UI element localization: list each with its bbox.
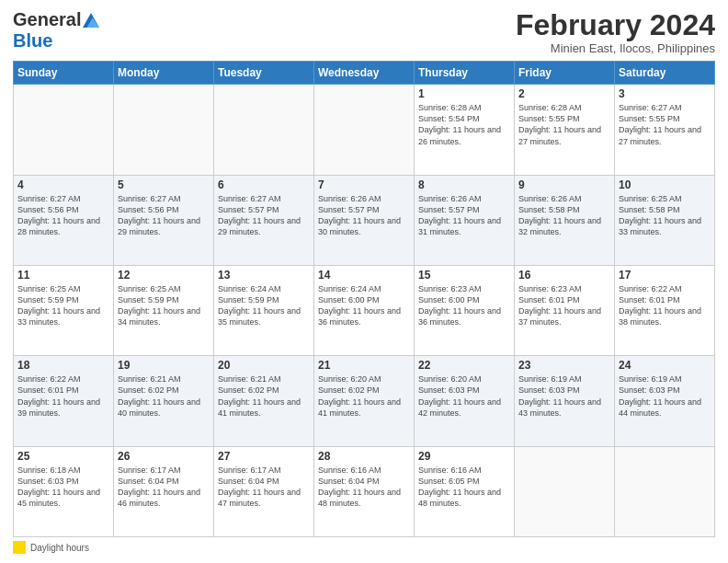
day-number: 5	[118, 178, 210, 191]
calendar-table: SundayMondayTuesdayWednesdayThursdayFrid…	[13, 61, 715, 537]
weekday-header-friday: Friday	[515, 62, 615, 85]
calendar-cell	[615, 446, 715, 536]
calendar-cell	[314, 85, 415, 175]
week-row-1: 1Sunrise: 6:28 AM Sunset: 5:54 PM Daylig…	[14, 85, 715, 175]
logo-icon	[83, 12, 99, 29]
legend: Daylight hours	[13, 541, 715, 554]
day-number: 22	[418, 359, 510, 372]
day-number: 12	[118, 269, 210, 282]
day-info: Sunrise: 6:19 AM Sunset: 6:03 PM Dayligh…	[619, 373, 711, 419]
day-info: Sunrise: 6:21 AM Sunset: 6:02 PM Dayligh…	[218, 373, 310, 419]
day-number: 4	[17, 178, 109, 191]
calendar-cell: 8Sunrise: 6:26 AM Sunset: 5:57 PM Daylig…	[415, 175, 515, 265]
calendar-cell: 10Sunrise: 6:25 AM Sunset: 5:58 PM Dayli…	[615, 175, 715, 265]
day-info: Sunrise: 6:16 AM Sunset: 6:04 PM Dayligh…	[318, 465, 410, 510]
calendar-cell: 27Sunrise: 6:17 AM Sunset: 6:04 PM Dayli…	[214, 446, 314, 536]
calendar-cell: 3Sunrise: 6:27 AM Sunset: 5:55 PM Daylig…	[615, 85, 715, 175]
day-info: Sunrise: 6:27 AM Sunset: 5:57 PM Dayligh…	[218, 193, 310, 238]
day-number: 18	[17, 359, 109, 372]
weekday-header-tuesday: Tuesday	[214, 62, 314, 85]
day-info: Sunrise: 6:22 AM Sunset: 6:01 PM Dayligh…	[619, 283, 711, 328]
calendar-cell: 4Sunrise: 6:27 AM Sunset: 5:56 PM Daylig…	[14, 175, 114, 265]
logo-blue-text: Blue	[13, 30, 52, 51]
month-title: February 2024	[516, 9, 715, 41]
day-info: Sunrise: 6:18 AM Sunset: 6:03 PM Dayligh…	[17, 465, 109, 510]
calendar-cell: 24Sunrise: 6:19 AM Sunset: 6:03 PM Dayli…	[615, 356, 715, 446]
day-info: Sunrise: 6:25 AM Sunset: 5:58 PM Dayligh…	[619, 193, 711, 238]
weekday-header-thursday: Thursday	[415, 62, 515, 85]
calendar-cell: 13Sunrise: 6:24 AM Sunset: 5:59 PM Dayli…	[214, 265, 314, 355]
logo-general: General	[13, 9, 81, 30]
day-number: 14	[318, 269, 410, 282]
day-number: 3	[619, 87, 711, 100]
calendar-cell: 16Sunrise: 6:23 AM Sunset: 6:01 PM Dayli…	[515, 265, 615, 355]
week-row-5: 25Sunrise: 6:18 AM Sunset: 6:03 PM Dayli…	[14, 446, 715, 536]
day-number: 23	[518, 359, 610, 372]
day-info: Sunrise: 6:20 AM Sunset: 6:03 PM Dayligh…	[418, 373, 510, 419]
day-number: 28	[318, 450, 410, 463]
calendar-cell: 29Sunrise: 6:16 AM Sunset: 6:05 PM Dayli…	[415, 446, 515, 536]
title-section: February 2024 Minien East, Ilocos, Phili…	[516, 9, 715, 55]
day-info: Sunrise: 6:17 AM Sunset: 6:04 PM Dayligh…	[118, 465, 210, 510]
day-number: 29	[418, 450, 510, 463]
day-info: Sunrise: 6:26 AM Sunset: 5:57 PM Dayligh…	[418, 193, 510, 238]
day-info: Sunrise: 6:24 AM Sunset: 6:00 PM Dayligh…	[318, 283, 410, 328]
calendar-cell: 1Sunrise: 6:28 AM Sunset: 5:54 PM Daylig…	[415, 85, 515, 175]
logo-text: General	[13, 9, 99, 30]
day-info: Sunrise: 6:25 AM Sunset: 5:59 PM Dayligh…	[118, 283, 210, 328]
day-number: 17	[619, 269, 711, 282]
calendar-cell: 12Sunrise: 6:25 AM Sunset: 5:59 PM Dayli…	[114, 265, 214, 355]
day-info: Sunrise: 6:26 AM Sunset: 5:57 PM Dayligh…	[318, 193, 410, 238]
day-number: 6	[218, 178, 310, 191]
day-number: 26	[118, 450, 210, 463]
day-number: 1	[418, 87, 510, 100]
day-info: Sunrise: 6:23 AM Sunset: 6:01 PM Dayligh…	[518, 283, 610, 328]
calendar-cell: 17Sunrise: 6:22 AM Sunset: 6:01 PM Dayli…	[615, 265, 715, 355]
calendar-cell: 7Sunrise: 6:26 AM Sunset: 5:57 PM Daylig…	[314, 175, 415, 265]
day-info: Sunrise: 6:27 AM Sunset: 5:55 PM Dayligh…	[619, 102, 711, 147]
week-row-2: 4Sunrise: 6:27 AM Sunset: 5:56 PM Daylig…	[14, 175, 715, 265]
day-number: 10	[619, 178, 711, 191]
day-number: 20	[218, 359, 310, 372]
day-number: 19	[118, 359, 210, 372]
day-number: 21	[318, 359, 410, 372]
day-info: Sunrise: 6:22 AM Sunset: 6:01 PM Dayligh…	[17, 373, 109, 419]
day-number: 25	[17, 450, 109, 463]
location-subtitle: Minien East, Ilocos, Philippines	[516, 41, 715, 55]
weekday-header-wednesday: Wednesday	[314, 62, 415, 85]
day-number: 27	[218, 450, 310, 463]
day-number: 13	[218, 269, 310, 282]
header: General Blue February 2024 Minien East, …	[13, 9, 715, 55]
day-info: Sunrise: 6:23 AM Sunset: 6:00 PM Dayligh…	[418, 283, 510, 328]
week-row-3: 11Sunrise: 6:25 AM Sunset: 5:59 PM Dayli…	[14, 265, 715, 355]
calendar-cell: 28Sunrise: 6:16 AM Sunset: 6:04 PM Dayli…	[314, 446, 415, 536]
day-info: Sunrise: 6:28 AM Sunset: 5:55 PM Dayligh…	[518, 102, 610, 147]
page: General Blue February 2024 Minien East, …	[0, 0, 728, 563]
day-number: 7	[318, 178, 410, 191]
calendar-cell: 11Sunrise: 6:25 AM Sunset: 5:59 PM Dayli…	[14, 265, 114, 355]
calendar-cell: 26Sunrise: 6:17 AM Sunset: 6:04 PM Dayli…	[114, 446, 214, 536]
weekday-header-saturday: Saturday	[615, 62, 715, 85]
calendar-cell	[214, 85, 314, 175]
weekday-header-monday: Monday	[114, 62, 214, 85]
day-number: 2	[518, 87, 610, 100]
day-info: Sunrise: 6:26 AM Sunset: 5:58 PM Dayligh…	[518, 193, 610, 238]
calendar-cell	[14, 85, 114, 175]
day-info: Sunrise: 6:27 AM Sunset: 5:56 PM Dayligh…	[17, 193, 109, 238]
calendar-cell: 23Sunrise: 6:19 AM Sunset: 6:03 PM Dayli…	[515, 356, 615, 446]
calendar-cell: 25Sunrise: 6:18 AM Sunset: 6:03 PM Dayli…	[14, 446, 114, 536]
day-info: Sunrise: 6:20 AM Sunset: 6:02 PM Dayligh…	[318, 373, 410, 419]
calendar-cell: 6Sunrise: 6:27 AM Sunset: 5:57 PM Daylig…	[214, 175, 314, 265]
calendar-cell: 21Sunrise: 6:20 AM Sunset: 6:02 PM Dayli…	[314, 356, 415, 446]
day-number: 16	[518, 269, 610, 282]
day-info: Sunrise: 6:24 AM Sunset: 5:59 PM Dayligh…	[218, 283, 310, 328]
calendar-cell: 18Sunrise: 6:22 AM Sunset: 6:01 PM Dayli…	[14, 356, 114, 446]
day-number: 24	[619, 359, 711, 372]
day-info: Sunrise: 6:17 AM Sunset: 6:04 PM Dayligh…	[218, 465, 310, 510]
day-info: Sunrise: 6:25 AM Sunset: 5:59 PM Dayligh…	[17, 283, 109, 328]
day-number: 15	[418, 269, 510, 282]
calendar-cell: 14Sunrise: 6:24 AM Sunset: 6:00 PM Dayli…	[314, 265, 415, 355]
day-info: Sunrise: 6:28 AM Sunset: 5:54 PM Dayligh…	[418, 102, 510, 147]
weekday-header-sunday: Sunday	[14, 62, 114, 85]
day-info: Sunrise: 6:21 AM Sunset: 6:02 PM Dayligh…	[118, 373, 210, 419]
